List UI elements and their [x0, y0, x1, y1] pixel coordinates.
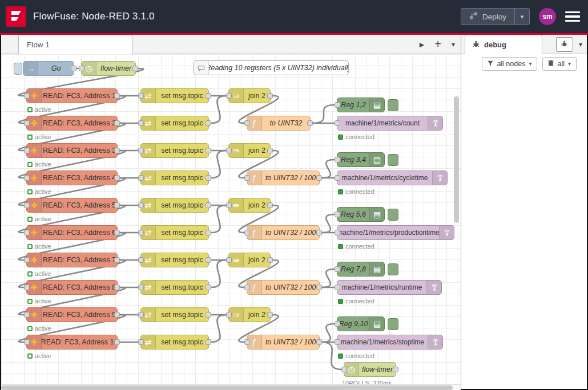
input-port[interactable] [335, 157, 340, 162]
node-reg5[interactable]: Reg 9,10▤ [337, 316, 385, 331]
output-port[interactable] [206, 148, 211, 153]
input-port[interactable] [24, 312, 30, 318]
input-port[interactable] [138, 339, 144, 345]
input-port[interactable] [335, 102, 340, 108]
input-port[interactable] [138, 257, 144, 263]
output-port[interactable] [206, 285, 211, 290]
input-port[interactable] [226, 202, 232, 208]
input-port[interactable] [341, 367, 347, 372]
node-ft2[interactable]: ◷flow-timer [344, 362, 396, 377]
wire[interactable] [211, 260, 226, 287]
scrollbar-thumb[interactable] [454, 96, 459, 223]
node-set7[interactable]: ⇄set msg.topic [140, 253, 209, 267]
node-read3[interactable]: ✚READ: FC3, Address 3 [26, 143, 118, 158]
sidebar-dropdown-icon[interactable]: ▾ [579, 40, 582, 48]
node-join3[interactable]: ⇛join 2 [228, 198, 271, 213]
node-set2[interactable]: ⇄set msg.topic [140, 116, 209, 131]
output-port[interactable] [206, 202, 211, 208]
node-func5[interactable]: ƒto UINT32 / 100 [247, 335, 320, 350]
node-mqtt4[interactable]: machine/1/metrics/runtime [337, 280, 442, 295]
debug-toggle-button[interactable] [388, 154, 398, 166]
output-port[interactable] [206, 230, 211, 235]
output-port[interactable] [114, 339, 120, 345]
input-port[interactable] [335, 266, 340, 272]
menu-icon[interactable] [565, 11, 580, 22]
input-port[interactable] [24, 202, 30, 208]
input-port[interactable] [335, 339, 340, 345]
output-port[interactable] [114, 93, 120, 99]
output-port[interactable] [206, 93, 211, 99]
node-reg1[interactable]: Reg 1,2▤ [337, 98, 385, 112]
deploy-button[interactable]: Deploy [461, 9, 514, 25]
output-port[interactable] [267, 93, 273, 99]
horizontal-scrollbar[interactable] [1, 384, 461, 390]
node-read10[interactable]: ✚READ: FC3, Address 10 [26, 335, 118, 350]
node-join5[interactable]: ⇛join 2 [228, 307, 271, 322]
node-set4[interactable]: ⇄set msg.topic [140, 170, 209, 185]
input-port[interactable] [226, 257, 232, 263]
node-mqtt3[interactable]: machine/1/metrics/productiontime [337, 225, 454, 240]
input-port[interactable] [24, 285, 30, 290]
node-read5[interactable]: ✚READ: FC3, Address 5 [26, 198, 118, 213]
add-flow-button[interactable]: + [434, 38, 441, 50]
tab-flow1[interactable]: Flow 1 [18, 35, 132, 54]
wire[interactable] [313, 105, 335, 123]
output-port[interactable] [132, 66, 138, 71]
node-reg2[interactable]: Reg 3,4▤ [337, 152, 385, 167]
node-set1[interactable]: ⇄set msg.topic [140, 88, 209, 103]
avatar[interactable]: sm [539, 8, 556, 25]
node-reg3[interactable]: Reg 5,6▤ [337, 207, 385, 222]
wire[interactable] [322, 160, 335, 178]
debug-toggle-button[interactable] [388, 318, 398, 330]
node-ft1[interactable]: ◷flow-timer [81, 61, 136, 76]
inject-trigger-button[interactable] [14, 63, 22, 75]
input-port[interactable] [24, 230, 30, 235]
node-func4[interactable]: ƒto UINT32 / 100 [247, 280, 320, 295]
node-read9[interactable]: ✚READ: FC3, Address 9 [26, 307, 118, 322]
input-port[interactable] [24, 257, 30, 263]
output-port[interactable] [114, 120, 120, 126]
input-port[interactable] [24, 148, 30, 153]
node-func2[interactable]: ƒto UINT32 / 100 [247, 170, 320, 185]
input-port[interactable] [138, 230, 144, 235]
input-port[interactable] [138, 202, 144, 208]
input-port[interactable] [244, 285, 250, 290]
input-port[interactable] [138, 285, 144, 290]
input-port[interactable] [335, 212, 340, 217]
node-read1[interactable]: ✚READ: FC3, Address 1 [26, 88, 118, 103]
input-port[interactable] [24, 93, 30, 99]
node-read6[interactable]: ✚READ: FC3, Address 6 [26, 225, 118, 240]
output-port[interactable] [316, 339, 322, 345]
input-port[interactable] [244, 175, 250, 181]
scrollbar-thumb[interactable] [1, 385, 453, 390]
node-read8[interactable]: ✚READ: FC3, Address 8 [26, 280, 118, 295]
output-port[interactable] [316, 285, 322, 290]
input-port[interactable] [226, 93, 232, 99]
output-port[interactable] [114, 175, 120, 181]
input-port[interactable] [24, 339, 30, 345]
input-port[interactable] [335, 321, 340, 327]
output-port[interactable] [114, 148, 120, 153]
output-port[interactable] [206, 175, 211, 181]
input-port[interactable] [244, 120, 250, 126]
node-set6[interactable]: ⇄set msg.topic [140, 225, 209, 240]
debug-toggle-button[interactable] [388, 263, 398, 275]
debug-filter-dropdown[interactable]: all nodes ▾ [482, 57, 537, 71]
input-port[interactable] [138, 120, 144, 126]
node-read4[interactable]: ✚READ: FC3, Address 4 [26, 170, 118, 185]
node-set3[interactable]: ⇄set msg.topic [140, 143, 209, 158]
input-port[interactable] [244, 339, 250, 345]
output-port[interactable] [267, 148, 273, 153]
input-port[interactable] [24, 120, 30, 126]
tab-scroll-right-icon[interactable]: ▶ [420, 42, 424, 48]
output-port[interactable] [114, 312, 120, 318]
wire[interactable] [322, 269, 335, 287]
node-set5[interactable]: ⇄set msg.topic [140, 198, 209, 213]
debug-clear-dropdown[interactable]: all ▾ [542, 57, 577, 71]
debug-toggle-button[interactable] [388, 209, 398, 221]
output-port[interactable] [206, 120, 211, 126]
output-port[interactable] [206, 257, 211, 263]
node-mqtt5[interactable]: machine/1/metrics/stoptime [337, 335, 443, 350]
output-port[interactable] [114, 285, 120, 290]
wire[interactable] [211, 96, 226, 123]
